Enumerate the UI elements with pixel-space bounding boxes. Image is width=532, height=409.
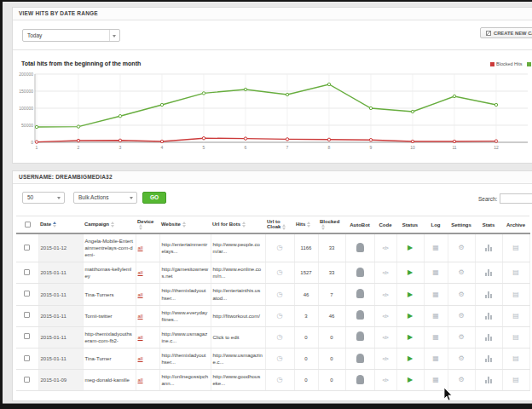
col-date[interactable]: Date [38,216,83,234]
cell-url-for-bots[interactable]: http://www.usmagazine.c... [211,349,265,370]
row-checkbox[interactable] [24,245,30,251]
status-play-icon[interactable]: ▶ [408,312,413,320]
autobot-android-icon[interactable] [356,243,364,252]
log-icon[interactable]: ▦ [432,268,439,276]
sort-icon[interactable] [53,222,56,228]
col-blocked[interactable]: Blocked [318,216,345,234]
stats-chart-icon[interactable] [485,291,493,298]
archive-icon[interactable]: ▤ [512,244,519,251]
log-icon[interactable]: ▦ [432,354,439,362]
col-campaign[interactable]: Campaign [83,216,136,234]
archive-icon[interactable]: ▤ [512,333,519,341]
page-size-select[interactable]: 50 [22,192,65,204]
device-link[interactable]: all [138,292,143,297]
cell-url-for-bots[interactable]: http://www.people.com/ar... [211,233,265,262]
stats-chart-icon[interactable] [485,355,493,362]
create-new-campaign-button[interactable]: CREATE NEW CAMPAIGN [480,27,532,38]
device-link[interactable]: all [138,270,143,275]
autobot-android-icon[interactable] [356,310,364,320]
status-play-icon[interactable]: ▶ [408,333,413,341]
sort-icon[interactable] [242,222,246,228]
status-play-icon[interactable]: ▶ [408,291,413,298]
stats-chart-icon[interactable] [485,334,493,341]
cloak-clock-icon[interactable]: ◷ [277,268,283,276]
sort-icon[interactable] [182,222,186,228]
row-checkbox[interactable] [24,291,30,297]
device-link[interactable]: all [138,377,143,383]
autobot-android-icon[interactable] [356,268,364,277]
code-icon[interactable]: </> [382,270,388,275]
search-input[interactable] [500,193,532,204]
col-hits[interactable]: Hits [294,216,318,234]
status-play-icon[interactable]: ▶ [408,376,413,383]
status-play-icon[interactable]: ▶ [408,268,413,276]
stats-chart-icon[interactable] [485,313,493,320]
col-device[interactable]: Device [136,216,159,234]
settings-gear-icon[interactable]: ⚙ [458,376,464,383]
archive-icon[interactable]: ▤ [512,376,519,383]
col-url-for-bots[interactable]: Url for Bots [211,216,265,234]
device-link[interactable]: all [138,245,143,251]
cloak-clock-icon[interactable]: ◷ [277,376,283,383]
settings-gear-icon[interactable]: ⚙ [458,333,464,341]
date-range-select[interactable]: Today [22,29,120,42]
log-icon[interactable]: ▦ [432,333,439,341]
row-checkbox[interactable] [24,333,30,339]
col-url-to-cloak[interactable]: Url to Cloak [265,216,294,234]
cell-url-for-bots[interactable]: http://www.goodhouseke... [211,370,265,391]
stats-chart-icon[interactable] [485,377,493,383]
col-website[interactable]: Website [159,216,211,234]
cloak-clock-icon[interactable]: ◷ [277,333,283,341]
sort-icon[interactable] [139,224,142,230]
settings-gear-icon[interactable]: ⚙ [458,312,464,320]
cell-url-for-bots[interactable]: http://entertainthis.usatod... [211,284,265,305]
cell-url-for-bots[interactable]: Click to edit [211,326,265,348]
go-button[interactable]: GO [142,192,166,204]
settings-gear-icon[interactable]: ⚙ [458,354,464,362]
cloak-clock-icon[interactable]: ◷ [277,244,283,251]
device-link[interactable]: all [138,335,143,340]
archive-icon[interactable]: ▤ [512,291,519,298]
status-play-icon[interactable]: ▶ [408,244,413,251]
autobot-android-icon[interactable] [356,331,364,341]
archive-icon[interactable]: ▤ [512,312,519,320]
row-checkbox[interactable] [24,377,30,383]
row-checkbox[interactable] [24,312,30,318]
device-link[interactable]: all [138,314,143,319]
autobot-android-icon[interactable] [356,375,364,384]
code-icon[interactable]: </> [382,356,388,361]
cell-url-for-bots[interactable]: http://fitworkout.com/ [211,305,265,326]
sort-icon[interactable] [321,224,325,230]
settings-gear-icon[interactable]: ⚙ [458,291,464,298]
sort-icon[interactable] [282,224,286,230]
bulk-actions-select[interactable]: Bulk Actions [73,192,137,204]
sort-icon[interactable] [307,222,310,228]
autobot-android-icon[interactable] [356,354,364,363]
log-icon[interactable]: ▦ [432,376,439,383]
row-checkbox[interactable] [24,269,30,275]
autobot-android-icon[interactable] [356,289,364,298]
stats-chart-icon[interactable] [485,269,493,276]
archive-icon[interactable]: ▤ [512,268,519,276]
log-icon[interactable]: ▦ [432,291,439,298]
cloak-clock-icon[interactable]: ◷ [277,291,283,298]
cloak-clock-icon[interactable]: ◷ [277,354,283,362]
cloak-clock-icon[interactable]: ◷ [277,312,283,320]
archive-icon[interactable]: ▤ [512,354,519,362]
log-icon[interactable]: ▦ [432,312,439,320]
sort-icon[interactable] [111,222,114,228]
status-play-icon[interactable]: ▶ [408,354,413,362]
stats-chart-icon[interactable] [485,245,493,251]
code-icon[interactable]: </> [382,377,388,383]
settings-gear-icon[interactable]: ⚙ [458,244,464,251]
device-link[interactable]: all [138,356,143,361]
code-icon[interactable]: </> [382,314,388,319]
select-all-checkbox[interactable] [25,222,31,228]
log-icon[interactable]: ▦ [432,244,439,251]
settings-gear-icon[interactable]: ⚙ [458,268,464,276]
code-icon[interactable]: </> [382,245,388,251]
code-icon[interactable]: </> [382,335,388,340]
code-icon[interactable]: </> [382,292,388,297]
cell-url-for-bots[interactable]: http://www.eonline.com/n... [211,262,265,284]
row-checkbox[interactable] [24,355,30,361]
